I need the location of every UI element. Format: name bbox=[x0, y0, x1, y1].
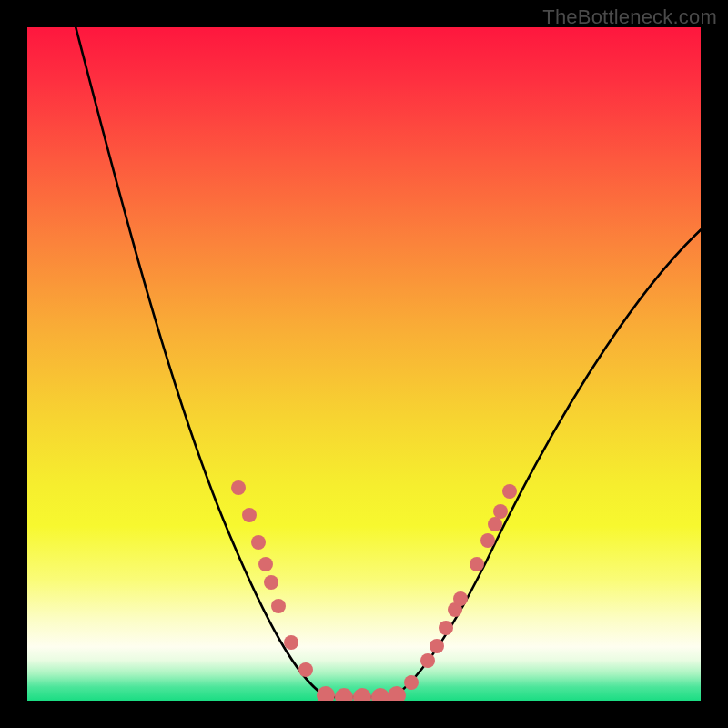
marker-group bbox=[231, 480, 517, 701]
data-marker bbox=[335, 688, 353, 701]
data-marker bbox=[371, 688, 389, 701]
data-marker bbox=[298, 662, 313, 677]
data-marker bbox=[430, 639, 444, 653]
data-marker bbox=[231, 480, 246, 495]
v-curve bbox=[71, 27, 701, 697]
data-marker bbox=[251, 535, 266, 550]
data-marker bbox=[258, 557, 273, 571]
data-marker bbox=[470, 557, 484, 571]
data-marker bbox=[353, 688, 371, 701]
curve-layer bbox=[27, 27, 701, 701]
data-marker bbox=[480, 533, 495, 548]
data-marker bbox=[317, 686, 335, 701]
data-marker bbox=[453, 592, 468, 606]
chart-stage: TheBottleneck.com bbox=[0, 0, 728, 728]
data-marker bbox=[271, 599, 286, 613]
data-marker bbox=[284, 635, 298, 650]
data-marker bbox=[488, 517, 502, 531]
data-marker bbox=[264, 575, 278, 590]
watermark-text: TheBottleneck.com bbox=[542, 5, 717, 29]
data-marker bbox=[404, 675, 419, 690]
data-marker bbox=[439, 621, 453, 635]
data-marker bbox=[420, 653, 435, 668]
data-marker bbox=[493, 504, 508, 519]
data-marker bbox=[242, 508, 257, 522]
plot-area bbox=[27, 27, 701, 701]
data-marker bbox=[502, 484, 517, 499]
